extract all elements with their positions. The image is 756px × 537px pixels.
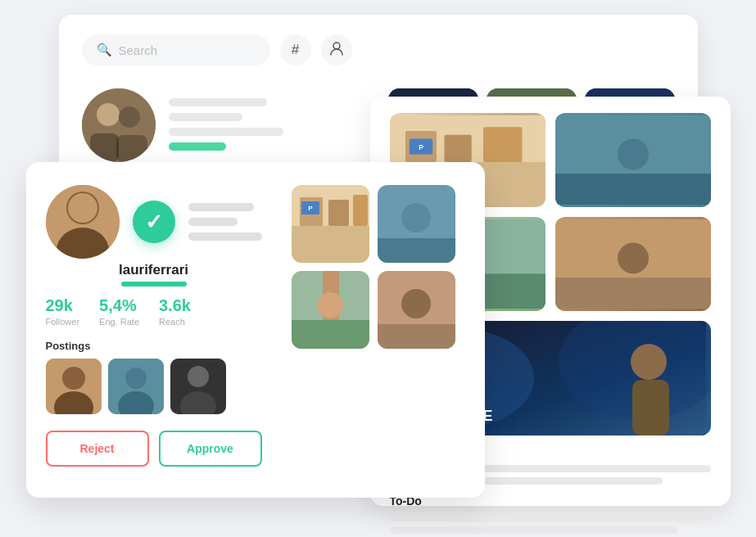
right-thumb-2 <box>555 113 711 207</box>
right-thumb-4 <box>555 217 711 311</box>
svg-rect-57 <box>292 226 369 263</box>
profile-right-lines <box>188 203 262 241</box>
svg-rect-37 <box>555 278 711 309</box>
check-circle: ✓ <box>133 201 175 243</box>
svg-rect-65 <box>378 238 455 263</box>
reject-button[interactable]: Reject <box>46 431 149 467</box>
svg-point-54 <box>188 366 209 387</box>
follower-count: 29k <box>46 296 80 315</box>
reach-label: Reach <box>159 317 191 327</box>
search-input[interactable]: Search <box>119 43 158 57</box>
follower-label: Follower <box>46 317 80 327</box>
check-icon: ✓ <box>145 210 163 235</box>
svg-rect-24 <box>483 127 523 162</box>
profile-header-row: ✓ <box>46 185 262 259</box>
influencer-card: ✓ lauriferrari 29k Follower <box>26 162 485 498</box>
svg-rect-68 <box>292 320 369 349</box>
name-line <box>169 98 267 106</box>
svg-point-41 <box>631 344 667 380</box>
eng-rate-value: 5,4% <box>99 296 139 315</box>
svg-text:P: P <box>308 205 313 212</box>
mid-thumb-4 <box>378 271 455 349</box>
svg-point-69 <box>317 292 343 318</box>
posting-thumb-1 <box>46 359 102 414</box>
profile-left: ✓ lauriferrari 29k Follower <box>46 185 262 467</box>
svg-rect-59 <box>328 200 349 226</box>
svg-point-36 <box>618 242 649 273</box>
svg-rect-72 <box>378 324 455 349</box>
mid-card-images: P <box>292 185 455 467</box>
svg-point-29 <box>618 138 649 169</box>
person-button[interactable] <box>321 34 352 65</box>
svg-rect-30 <box>555 174 711 205</box>
mid-thumb-1: P <box>292 185 369 263</box>
svg-point-46 <box>68 193 97 223</box>
todo-lines <box>390 514 711 534</box>
approve-button[interactable]: Approve <box>159 431 262 467</box>
info-line-a <box>188 203 254 211</box>
svg-rect-4 <box>90 133 119 162</box>
mid-thumb-3 <box>292 271 369 349</box>
status-line <box>169 142 226 151</box>
mid-thumb-2 <box>378 185 455 263</box>
svg-text:P: P <box>419 143 423 151</box>
hashtag-icon: # <box>292 42 299 58</box>
svg-point-64 <box>401 203 431 232</box>
mid-images-row-1: P <box>292 185 455 263</box>
svg-point-3 <box>119 106 140 128</box>
profile-username: lauriferrari <box>46 262 262 278</box>
eng-rate-label: Eng. Rate <box>99 317 139 327</box>
posting-thumb-2 <box>108 359 164 414</box>
reach-value: 3.6k <box>159 296 191 315</box>
postings-row <box>46 359 262 414</box>
search-bar: 🔍 Search # <box>82 34 675 65</box>
stat-followers: 29k Follower <box>46 296 80 327</box>
svg-point-0 <box>333 43 340 49</box>
svg-rect-42 <box>632 380 669 435</box>
svg-rect-5 <box>116 135 147 162</box>
info-line-b <box>188 218 238 226</box>
action-row: Reject Approve <box>46 431 262 467</box>
svg-point-2 <box>97 103 120 126</box>
search-input-wrap[interactable]: 🔍 Search <box>82 34 270 65</box>
stat-reach: 3.6k Reach <box>159 296 191 327</box>
back-avatar <box>82 88 156 162</box>
posting-thumb-3 <box>170 359 226 414</box>
mid-images-row-2 <box>292 271 455 349</box>
svg-point-48 <box>62 367 85 390</box>
info-line-2 <box>169 128 283 136</box>
hashtag-button[interactable]: # <box>280 34 311 65</box>
back-profile <box>82 88 283 162</box>
svg-point-51 <box>125 368 147 389</box>
todo-line-1 <box>390 514 711 521</box>
search-icon: 🔍 <box>97 43 112 57</box>
postings-label: Postings <box>46 340 262 352</box>
stats-row: 29k Follower 5,4% Eng. Rate 3.6k Reach <box>46 296 262 327</box>
svg-rect-60 <box>353 195 368 226</box>
todo-line-2 <box>390 526 679 534</box>
profile-avatar <box>46 185 120 259</box>
info-line-c <box>188 232 262 241</box>
mid-card-content: ✓ lauriferrari 29k Follower <box>46 185 465 467</box>
stat-engagement: 5,4% Eng. Rate <box>99 296 139 327</box>
svg-point-71 <box>401 289 431 318</box>
back-profile-lines <box>169 98 283 151</box>
info-line-1 <box>169 113 242 121</box>
profile-rating-bar <box>121 282 187 287</box>
todo-section: To-Do <box>390 494 711 534</box>
person-icon <box>329 41 344 60</box>
svg-rect-23 <box>444 135 471 162</box>
